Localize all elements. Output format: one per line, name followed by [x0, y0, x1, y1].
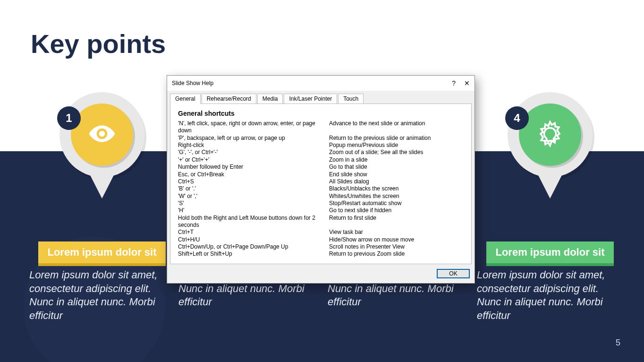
shortcut-description: Blacks/Unblacks the screen: [329, 185, 464, 192]
shortcut-description: Return to first slide: [329, 215, 464, 229]
shortcut-description: Hide/Show arrow on mouse move: [329, 236, 464, 243]
shortcut-row: Ctrl+SAll Slides dialog: [178, 178, 464, 185]
shortcut-key: Hold both the Right and Left Mouse butto…: [178, 215, 329, 229]
dialog-footer: OK: [167, 267, 475, 283]
slide-title: Key points: [31, 28, 166, 59]
shortcut-key: Ctrl+S: [178, 178, 329, 185]
shortcut-key: '+' or Ctrl+'+': [178, 156, 329, 164]
pin-inner-circle: [519, 103, 581, 166]
shortcut-key: Number followed by Enter: [178, 164, 329, 171]
shortcut-key: Shift+Left or Shift+Up: [178, 250, 329, 258]
shortcut-description: All Slides dialog: [329, 178, 464, 185]
shortcut-row: Ctrl+H/UHide/Show arrow on mouse move: [178, 236, 464, 243]
key-point-label: Lorem ipsum dolor sit: [38, 241, 166, 263]
shortcut-row: Shift+Left or Shift+UpReturn to previous…: [178, 250, 464, 258]
key-point-1: 1 Lorem ipsum dolor sit: [34, 92, 170, 263]
pin-marker: 4: [508, 92, 593, 201]
shortcut-key: Right-click: [178, 142, 329, 149]
pin-marker: 1: [59, 92, 144, 201]
dialog-titlebar[interactable]: Slide Show Help ? ✕: [167, 76, 475, 91]
shortcut-description: View task bar: [329, 229, 464, 236]
shortcut-key: Esc, or Ctrl+Break: [178, 171, 329, 178]
shortcut-description: End slide show: [329, 171, 464, 178]
shortcut-row: 'W' or ','Whites/Unwhites the screen: [178, 193, 464, 200]
tab-ink-laser-pointer[interactable]: Ink/Laser Pointer: [284, 94, 337, 104]
shortcut-key: Ctrl+T: [178, 229, 329, 236]
shortcut-description: Go to that slide: [329, 164, 464, 171]
tab-rehearse-record[interactable]: Rehearse/Record: [202, 94, 256, 104]
shortcut-key: Ctrl+Down/Up, or Ctrl+Page Down/Page Up: [178, 243, 329, 250]
shortcut-row: Number followed by EnterGo to that slide: [178, 164, 464, 171]
shortcut-key: 'H': [178, 207, 329, 214]
shortcut-description: Return to the previous slide or animatio…: [329, 135, 464, 142]
shortcut-description: Return to previous Zoom slide: [329, 250, 464, 258]
ok-button[interactable]: OK: [437, 269, 470, 278]
tab-media[interactable]: Media: [257, 94, 283, 104]
shortcut-row: 'G', '-', or Ctrl+'-'Zoom out of a slide…: [178, 149, 464, 156]
shortcut-row: Ctrl+Down/Up, or Ctrl+Page Down/Page UpS…: [178, 243, 464, 250]
shortcut-description: Stop/Restart automatic show: [329, 200, 464, 207]
eye-icon: [88, 120, 116, 150]
shortcut-description: Whites/Unwhites the screen: [329, 193, 464, 200]
tab-touch[interactable]: Touch: [338, 94, 364, 104]
shortcut-row: 'N', left click, space, right or down ar…: [178, 120, 464, 135]
shortcut-row: '+' or Ctrl+'+'Zoom in a slide: [178, 156, 464, 164]
tab-general[interactable]: General: [170, 94, 201, 104]
shortcut-row: 'P', backspace, left or up arrow, or pag…: [178, 135, 464, 142]
slideshow-help-dialog: Slide Show Help ? ✕ General Rehearse/Rec…: [167, 75, 475, 284]
page-number: 5: [616, 338, 620, 348]
dialog-window-controls: ? ✕: [452, 79, 470, 87]
dialog-body: General shortcuts 'N', left click, space…: [170, 103, 472, 264]
section-heading: General shortcuts: [178, 110, 464, 117]
badge-number: 1: [57, 106, 81, 130]
help-icon[interactable]: ?: [452, 79, 456, 87]
gear-lightbulb-icon: [536, 120, 564, 150]
shortcut-key: 'P', backspace, left or up arrow, or pag…: [178, 135, 329, 142]
shortcut-key: 'G', '-', or Ctrl+'-': [178, 149, 329, 156]
shortcut-row: 'B' or '.'Blacks/Unblacks the screen: [178, 185, 464, 192]
close-icon[interactable]: ✕: [464, 79, 470, 87]
dialog-title: Slide Show Help: [172, 80, 213, 86]
shortcut-key: 'B' or '.': [178, 185, 329, 192]
key-point-4: 4 Lorem ipsum dolor sit: [482, 92, 619, 263]
shortcut-description: Zoom out of a slide; See all the slides: [329, 149, 464, 156]
key-point-body: Lorem ipsum dolor sit amet, consectetur …: [477, 268, 614, 322]
shortcut-description: Advance to the next slide or animation: [329, 120, 464, 135]
shortcut-description: Go to next slide if hidden: [329, 207, 464, 214]
shortcut-key: Ctrl+H/U: [178, 236, 329, 243]
shortcut-key: 'N', left click, space, right or down ar…: [178, 120, 329, 135]
shortcut-description: Zoom in a slide: [329, 156, 464, 164]
shortcut-row: 'H'Go to next slide if hidden: [178, 207, 464, 214]
shortcut-key: 'S': [178, 200, 329, 207]
shortcut-row: Ctrl+TView task bar: [178, 229, 464, 236]
key-point-label: Lorem ipsum dolor sit: [486, 241, 614, 263]
shortcut-row: Hold both the Right and Left Mouse butto…: [178, 215, 464, 229]
shortcut-key: 'W' or ',': [178, 193, 329, 200]
badge-number: 4: [505, 106, 529, 130]
shortcut-row: 'S'Stop/Restart automatic show: [178, 200, 464, 207]
dialog-tabs: General Rehearse/Record Media Ink/Laser …: [167, 91, 475, 104]
shortcut-row: Esc, or Ctrl+BreakEnd slide show: [178, 171, 464, 178]
shortcut-description: Scroll notes in Presenter View: [329, 243, 464, 250]
shortcut-row: Right-clickPopup menu/Previous slide: [178, 142, 464, 149]
pin-inner-circle: [71, 103, 133, 166]
shortcut-description: Popup menu/Previous slide: [329, 142, 464, 149]
key-point-body: Lorem ipsum dolor sit amet, consectetur …: [29, 268, 166, 322]
shortcuts-list: 'N', left click, space, right or down ar…: [178, 120, 464, 258]
